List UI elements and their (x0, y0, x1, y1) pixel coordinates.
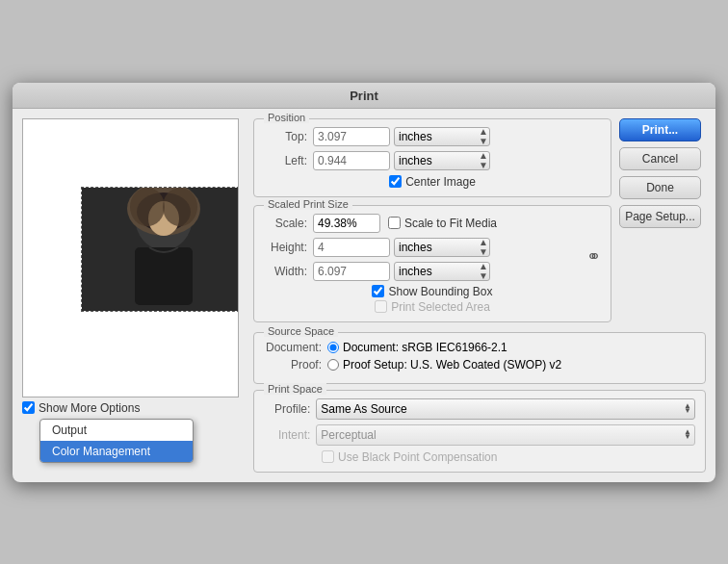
width-unit-wrapper: inches ▲▼ (394, 262, 490, 281)
source-space-section: Source Space Document: Document: sRGB IE… (253, 332, 706, 384)
width-label: Width: (264, 265, 307, 278)
intent-row: Intent: Perceptual Saturation Relative C… (264, 424, 695, 446)
print-selected-label[interactable]: Print Selected Area (375, 300, 490, 314)
left-unit-select[interactable]: inches (394, 151, 490, 170)
top-row: Top: inches ▲▼ (264, 127, 601, 146)
link-icon: ⚭ (583, 238, 601, 267)
intent-label: Intent: (264, 428, 310, 442)
dropdown-menu: Output Color Management (39, 419, 194, 463)
svg-point-6 (130, 188, 165, 226)
document-label: Document: (264, 341, 322, 354)
dialog-title: Print (13, 83, 715, 109)
left-row: Left: inches ▲▼ (264, 151, 601, 170)
profile-label: Profile: (264, 402, 310, 416)
scale-input[interactable] (313, 214, 380, 233)
height-unit-wrapper: inches ▲▼ (394, 238, 490, 257)
height-label: Height: (264, 241, 307, 254)
print-space-section: Print Space Profile: Same As Source sRGB… (253, 390, 706, 473)
show-more-checkbox[interactable] (22, 401, 35, 414)
print-button[interactable]: Print... (619, 118, 701, 141)
show-more-area: Show More Options Output Color Managemen… (22, 401, 244, 415)
intent-select-wrapper: Perceptual Saturation Relative Colorimet… (316, 424, 695, 446)
dropdown-item-color-management[interactable]: Color Management (40, 441, 193, 462)
top-unit-select[interactable]: inches (394, 127, 490, 146)
scaled-print-section: Scaled Print Size Scale: Scale to Fit Me… (253, 205, 611, 322)
show-bounding-checkbox[interactable] (372, 285, 384, 297)
left-panel: Show More Options Output Color Managemen… (22, 118, 244, 473)
width-input[interactable] (313, 262, 390, 281)
document-radio-label[interactable]: Document: sRGB IEC61966-2.1 (327, 341, 507, 354)
done-button[interactable]: Done (619, 176, 701, 199)
bpc-label[interactable]: Use Black Point Compensation (322, 450, 497, 464)
show-bounding-row: Show Bounding Box (264, 285, 601, 298)
center-image-checkbox[interactable] (389, 175, 402, 188)
print-selected-checkbox[interactable] (375, 300, 387, 313)
preview-image (82, 188, 239, 311)
print-space-title: Print Space (264, 383, 326, 395)
print-selected-row: Print Selected Area (264, 300, 601, 314)
width-unit-select[interactable]: inches (394, 262, 490, 281)
top-unit-select-wrapper: inches ▲▼ (394, 127, 490, 146)
left-input[interactable] (313, 151, 390, 170)
buttons-column: Print... Cancel Done Page Setup... (619, 118, 706, 322)
document-radio[interactable] (327, 342, 339, 353)
cancel-button[interactable]: Cancel (619, 147, 701, 170)
center-image-label[interactable]: Center Image (389, 175, 476, 189)
center-panel: Position Top: inches ▲▼ (253, 118, 611, 322)
center-image-row: Center Image (264, 175, 601, 189)
profile-row: Profile: Same As Source sRGB IEC61966-2.… (264, 398, 695, 420)
left-label: Left: (264, 154, 307, 167)
bpc-checkbox[interactable] (322, 450, 334, 463)
document-row: Document: Document: sRGB IEC61966-2.1 (264, 341, 695, 354)
position-section: Position Top: inches ▲▼ (253, 118, 611, 197)
proof-radio[interactable] (327, 359, 339, 371)
bpc-row: Use Black Point Compensation (264, 450, 695, 464)
scale-to-fit-label[interactable]: Scale to Fit Media (388, 217, 497, 230)
top-input[interactable] (313, 127, 390, 146)
width-row: Width: inches ▲▼ (264, 262, 583, 281)
height-input[interactable] (313, 238, 390, 257)
scale-to-fit-checkbox[interactable] (388, 217, 401, 229)
bottom-section: Source Space Document: Document: sRGB IE… (253, 332, 706, 473)
scaled-print-title: Scaled Print Size (264, 198, 352, 210)
intent-select[interactable]: Perceptual Saturation Relative Colorimet… (316, 424, 695, 446)
print-preview (22, 118, 239, 397)
height-row: Height: inches ▲▼ (264, 238, 583, 257)
scale-row: Scale: Scale to Fit Media (264, 214, 601, 233)
image-container (81, 187, 239, 312)
top-label: Top: (264, 130, 307, 143)
profile-select[interactable]: Same As Source sRGB IEC61966-2.1 Adobe R… (316, 398, 695, 420)
profile-select-wrapper: Same As Source sRGB IEC61966-2.1 Adobe R… (316, 398, 695, 420)
print-dialog: Print (13, 83, 715, 482)
proof-row: Proof: Proof Setup: U.S. Web Coated (SWO… (264, 358, 695, 372)
left-unit-select-wrapper: inches ▲▼ (394, 151, 490, 170)
show-more-label: Show More Options (39, 401, 140, 415)
svg-rect-5 (135, 247, 193, 305)
show-bounding-label[interactable]: Show Bounding Box (372, 285, 492, 298)
scale-label: Scale: (264, 217, 307, 230)
svg-point-7 (163, 188, 197, 226)
source-space-title: Source Space (264, 325, 338, 337)
proof-label: Proof: (264, 358, 322, 372)
height-unit-select[interactable]: inches (394, 238, 490, 257)
dropdown-item-output[interactable]: Output (40, 420, 193, 441)
position-section-title: Position (264, 112, 309, 123)
page-setup-button[interactable]: Page Setup... (619, 205, 701, 228)
proof-radio-label[interactable]: Proof Setup: U.S. Web Coated (SWOP) v2 (327, 358, 561, 372)
